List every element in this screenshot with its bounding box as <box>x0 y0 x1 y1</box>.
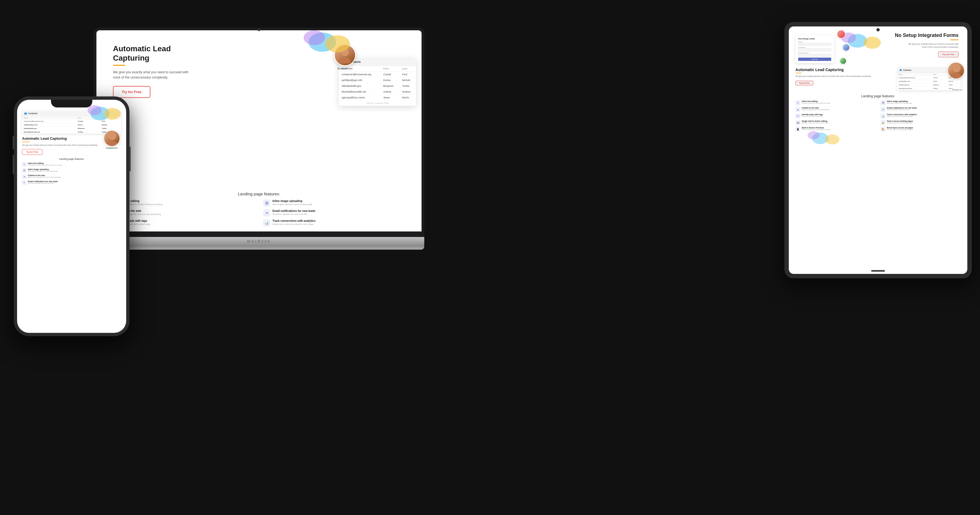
tb-image-icon: 🖼 <box>881 100 886 105</box>
svg-point-2 <box>108 132 116 140</box>
tablet-feat-preview: 📱 Built in Device PreviewsPreview your p… <box>795 127 876 132</box>
macbook-base: MacBook <box>94 237 424 245</box>
tablet-avatar <box>948 62 964 79</box>
tablet-home-bar <box>871 270 885 272</box>
macbook-subtitle: We give you exactly what you need to suc… <box>113 70 190 80</box>
macbook-camera <box>258 29 260 31</box>
phone-email-icon: ✉ <box>22 181 27 185</box>
tb-chart-icon: 📊 <box>881 113 886 119</box>
tablet-top-rule <box>950 40 959 40</box>
tablet-lead-form: Incoming Leads Name Company Email Addres… <box>795 35 834 63</box>
tablet-form-area: Incoming Leads Name Company Email Addres… <box>795 35 848 63</box>
analytics-icon: 📊 <box>263 219 270 226</box>
phone-notch <box>51 100 92 108</box>
feature-publish: ☁ Publish to the web Make your page live… <box>107 210 255 216</box>
feature-email-notif: ✉ Email notifications for new leads Real… <box>263 210 410 216</box>
tablet-feat-publish: ☁ Publish to the webMake your page live … <box>795 107 876 112</box>
phone-feature-text-edit: Tt Inline text editingEdit page content … <box>22 162 121 167</box>
tablet-mid-section: Automatic Lead Capturing We give you exa… <box>795 67 961 91</box>
table-row: rlittle@akalith.govBenjaminTucker <box>897 83 961 87</box>
macbook-contacts-footer: 160,257 Contacts Total <box>339 100 416 106</box>
tablet-form-title: Incoming Leads <box>798 38 831 40</box>
macbook-device: Automatic Lead Capturing We give you exa… <box>94 27 424 250</box>
phone-cloud-icon: ☁ <box>22 175 27 179</box>
phone-vol-btn-2 <box>13 155 14 174</box>
tablet-form-name-input <box>798 43 831 46</box>
macbook-features-section: Landing page features: Tt Inline text ed… <box>96 186 422 232</box>
tablet-mid-left: Automatic Lead Capturing We give you exa… <box>795 67 894 86</box>
macbook-foot <box>94 245 424 250</box>
tb-device-icon: 📱 <box>795 127 800 132</box>
tablet-feat-image-upload: 🖼 Inline image uploadingAdd images direc… <box>881 100 961 105</box>
phone-image-icon: 🖼 <box>22 168 27 173</box>
feature-inline-image: 🖼 Inline image uploading Add images dire… <box>263 200 410 207</box>
macbook-cta-button[interactable]: Try for Free <box>113 86 150 98</box>
tablet-features-grid: Tt Inline text editingEdit page content … <box>795 100 961 132</box>
phone-blobs <box>76 105 121 127</box>
phone-features-title: Landing page features: <box>22 157 121 161</box>
tablet-shell: Incoming Leads Name Company Email Addres… <box>784 22 972 278</box>
phone-profile-name: Elizabeth Kim <box>103 147 120 149</box>
table-row: ephillips@jays.infoDonnaNichols <box>339 78 416 83</box>
tablet-mid-cta[interactable]: Try for Free <box>795 81 813 86</box>
tb-secure-icon: 🔒 <box>881 120 886 125</box>
table-row: ageorge@tavu.nameJesseMorris <box>339 95 416 100</box>
table-row: rlittle@akalith.govBenjaminTucker <box>339 83 416 89</box>
tablet-content: Incoming Leads Name Company Email Addres… <box>789 27 967 274</box>
phone-rule <box>22 141 30 142</box>
macbook-screen: Automatic Lead Capturing We give you exa… <box>96 30 422 232</box>
tablet-feat-email: ✉ Email notifications for new leadsReal-… <box>881 107 961 112</box>
tablet-top-title: No Setup Integrated Forms <box>848 32 959 38</box>
tablet-top-subtitle: We give you exactly what you need to suc… <box>904 43 959 49</box>
feature-tags: 🏷 Identify leads with tags Track your le… <box>107 219 255 226</box>
blob-yellow <box>325 35 350 52</box>
phone-features: Landing page features: Tt Inline text ed… <box>22 157 121 185</box>
macbook-profile-name: Elizabeth Kim <box>337 67 352 70</box>
macbook-features-title: Landing page features: <box>107 191 410 196</box>
tablet-mid-blobs <box>795 131 840 151</box>
macbook-contacts-table: Email First Last cchapman@browsecat.orgC… <box>339 66 416 100</box>
tablet-features-section: Landing page features: Tt Inline text ed… <box>795 94 961 132</box>
tablet-contacts-area: 👥 Contacts Email First Last <box>897 67 961 91</box>
tablet-top-section: Incoming Leads Name Company Email Addres… <box>795 32 961 63</box>
macbook-rule <box>113 65 126 66</box>
phone-feature-email: ✉ Email notifications for new leadsReal-… <box>22 181 121 185</box>
phone-feature-publish: ☁ Publish to the webMake your page live … <box>22 175 121 179</box>
tablet-feat-analytics: 📊 Track conversions with analyticsEasily… <box>881 113 961 119</box>
tablet-device: Incoming Leads Name Company Email Addres… <box>784 22 972 278</box>
blob-purple <box>304 30 325 45</box>
phone-vol-btn-1 <box>13 135 14 149</box>
phone-screen: 👥 Contacts Email First Last <box>17 100 126 333</box>
svg-point-3 <box>107 141 118 146</box>
tablet-mid-subtitle: We give you exactly what you need to suc… <box>795 75 894 78</box>
devices-scene: Automatic Lead Capturing We give you exa… <box>0 0 980 515</box>
phone-cta-button[interactable]: Try for Free <box>22 149 43 155</box>
tablet-camera <box>877 28 880 32</box>
phone-text-icon: Tt <box>22 162 27 167</box>
macbook-title: Automatic Lead Capturing <box>113 44 190 62</box>
tablet-top-cta[interactable]: Try for Free <box>938 51 959 57</box>
tablet-screen: Incoming Leads Name Company Email Addres… <box>789 27 967 274</box>
email-icon: ✉ <box>263 210 270 216</box>
feature-analytics: 📊 Track conversions with analytics Easil… <box>263 219 410 226</box>
image-upload-icon: 🖼 <box>263 200 270 207</box>
tb-text-icon: Tt <box>795 100 800 105</box>
table-row: ephillips@jays.infoDonnaNichols <box>897 79 961 83</box>
feature-inline-text: Tt Inline text editing Edit page content… <box>107 200 255 207</box>
phone-feature-image-upload: 🖼 Inline image uploadingAdd images direc… <box>22 168 121 173</box>
phone-blob-yellow <box>104 108 121 119</box>
tb-tag-icon: 🏷 <box>795 113 800 119</box>
phone-power-btn <box>129 146 130 172</box>
phone-profile-card: Elizabeth Kim <box>103 130 120 149</box>
macbook-hero: Automatic Lead Capturing We give you exa… <box>96 30 207 98</box>
tablet-form-company-label: Company <box>798 46 831 48</box>
tablet-form-email-label: Email Address <box>798 52 831 54</box>
tablet-form-company-input <box>798 49 831 51</box>
avatar-3 <box>840 57 846 65</box>
macbook-brand-label: MacBook <box>247 239 271 243</box>
tb-cloud-icon: ☁ <box>795 107 800 112</box>
svg-point-4 <box>953 64 961 72</box>
tablet-form-submit[interactable]: Subscribe <box>798 57 831 61</box>
tablet-feat-text-edit: Tt Inline text editingEdit page content … <box>795 100 876 105</box>
tablet-feat-secure: 🔒 Fast & secure landing pagesAll pages l… <box>881 120 961 125</box>
